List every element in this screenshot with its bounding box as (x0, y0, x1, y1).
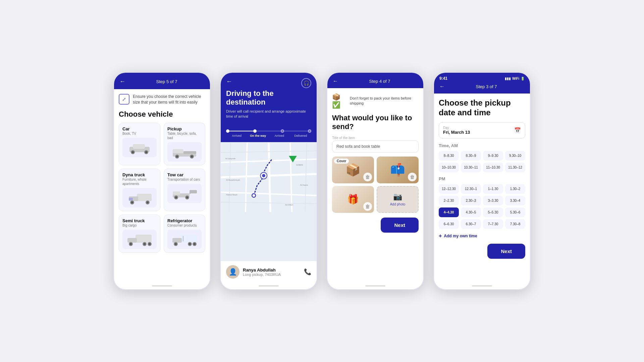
svg-rect-7 (173, 149, 183, 153)
driver-sub: Long pickup, 7403RUA (243, 273, 301, 277)
photo-slot-add[interactable]: 📷 Add photo (377, 186, 419, 213)
svg-point-35 (149, 243, 151, 245)
driver-avatar: 👤 (226, 265, 239, 279)
svg-point-59 (262, 174, 265, 177)
calendar-icon[interactable]: 📅 (514, 127, 521, 133)
svg-point-17 (131, 201, 133, 203)
vehicle-card-semi[interactable]: Semi truck Big cargo (119, 215, 160, 253)
back-button-3[interactable]: ← (333, 78, 338, 84)
prog-dot-2 (253, 129, 257, 133)
svg-text:Al Uyaynah: Al Uyaynah (225, 157, 235, 159)
photo-slot-2[interactable]: 📫 🗑 (377, 157, 419, 183)
time-slot-am-1[interactable]: 8–8.30 (439, 151, 459, 161)
phone4-header: ← Step 3 of 7 (434, 81, 530, 94)
svg-point-11 (176, 156, 178, 158)
phone4-body: Choose the pickup date and time Day Fri,… (434, 94, 530, 283)
time-slot-pm-15[interactable]: 7–7.30 (483, 219, 503, 229)
time-grid-pm: 12–12.30 12.30–1 1–1.30 1.30–2 2–2.30 2.… (439, 184, 525, 229)
phone3-header: ← Step 4 of 7 (327, 73, 423, 88)
package-icon: 📦✅ (332, 93, 347, 109)
time-am-label: Time, AM (439, 143, 525, 148)
svg-point-33 (130, 243, 132, 245)
add-own-time-row[interactable]: + Add my own time (439, 233, 525, 239)
prog-line-1 (229, 131, 253, 131)
time-slot-pm-1[interactable]: 12–12.30 (439, 184, 459, 194)
step-title-1: Step 5 of 7 (129, 79, 205, 84)
driver-info: Ranya Abdullah Long pickup, 7403RUA (243, 267, 301, 277)
item-title-input[interactable]: Red sofa and book table (332, 140, 419, 153)
svg-point-26 (175, 196, 177, 198)
time-slot-pm-8[interactable]: 3.30–4 (505, 196, 525, 205)
prog-dot-3 (281, 129, 284, 133)
battery-icon: 🔋 (521, 77, 525, 80)
svg-rect-8 (183, 151, 196, 154)
time-pm-label: PM (439, 176, 525, 181)
vehicle-img-refrigerator (167, 230, 202, 249)
vehicle-card-dyna[interactable]: Dyna truck Furniture, whole apartments (119, 169, 160, 211)
time-slot-pm-13[interactable]: 6–6.30 (439, 219, 459, 229)
time-slot-am-7[interactable]: 11–10.30 (483, 163, 503, 172)
prog-label-1: Arrived (226, 134, 248, 137)
svg-rect-37 (172, 238, 182, 243)
headset-icon[interactable]: 🎧 (301, 78, 311, 88)
time-slot-pm-9[interactable]: 4–4.30 (439, 207, 459, 217)
vehicle-name-semi: Semi truck (122, 218, 157, 223)
time-slot-pm-3[interactable]: 1–1.30 (483, 184, 503, 194)
time-grid-am: 8–8.30 8.30–9 9–9.30 9.30–10 10–10.30 10… (439, 151, 525, 172)
time-slot-pm-12[interactable]: 5.30–6 (505, 207, 525, 217)
back-button-4[interactable]: ← (439, 83, 445, 89)
svg-point-5 (145, 151, 147, 153)
time-slot-pm-11[interactable]: 5–5.30 (483, 207, 503, 217)
time-slot-am-5[interactable]: 10–10.30 (439, 163, 459, 172)
vehicle-card-car[interactable]: Car Book, TV (119, 123, 160, 165)
photo-slot-1[interactable]: 📦 Cover 🗑 (332, 157, 374, 183)
svg-point-34 (144, 243, 146, 245)
next-button-4[interactable]: Next (487, 244, 525, 259)
time-slot-pm-6[interactable]: 2.30–3 (461, 196, 481, 205)
time-slot-pm-16[interactable]: 7.30–8 (505, 219, 525, 229)
time-slot-pm-5[interactable]: 2–2.30 (439, 196, 459, 205)
add-photo-slot[interactable]: 📷 Add photo (377, 186, 419, 213)
back-button-2[interactable]: ← (226, 78, 232, 85)
time-slot-pm-14[interactable]: 6.30–7 (461, 219, 481, 229)
vehicle-card-pickup[interactable]: Pickup Table, bicycle, sofa, bad (164, 123, 205, 165)
vehicle-grid: Car Book, TV Pi (119, 123, 205, 253)
signal-icon: ▮▮▮ (505, 77, 511, 80)
vehicle-desc-car: Book, TV (122, 131, 157, 136)
vehicle-card-refrigerator[interactable]: Refrigerator Consumer products (164, 215, 205, 253)
time-slot-am-3[interactable]: 9–9.30 (483, 151, 503, 161)
next-button-3[interactable]: Next (381, 218, 419, 233)
back-button-1[interactable]: ← (119, 78, 125, 85)
phone2-header: ← 🎧 Driving to the destination Driver wi… (221, 73, 317, 126)
delete-photo-3[interactable]: 🗑 (363, 202, 372, 211)
delete-photo-1[interactable]: 🗑 (363, 173, 372, 181)
hint-box-1: ⤢ Ensure you choose the correct vehicle … (119, 94, 205, 105)
call-button[interactable]: 📞 (304, 268, 311, 276)
vehicle-img-semi (122, 230, 157, 249)
delete-photo-2[interactable]: 🗑 (408, 173, 417, 181)
time-slot-am-6[interactable]: 10.30–11 (461, 163, 481, 172)
day-field[interactable]: Day Fri, March 13 📅 (439, 122, 525, 138)
time-slot-pm-4[interactable]: 1.30–2 (505, 184, 525, 194)
svg-point-27 (186, 196, 188, 198)
svg-rect-29 (127, 238, 137, 243)
prog-line-3 (284, 131, 308, 131)
svg-rect-36 (180, 235, 197, 243)
time-slot-am-4[interactable]: 9.30–10 (505, 151, 525, 161)
screens-container: ← Step 5 of 7 ⤢ Ensure you choose the co… (113, 72, 531, 290)
driving-title: Driving to the destination (226, 89, 311, 107)
vehicle-desc-semi: Big cargo (122, 223, 157, 228)
time-slot-pm-10[interactable]: 4.30–5 (461, 207, 481, 217)
time-slot-am-2[interactable]: 8.30–9 (461, 151, 481, 161)
photo-slot-3[interactable]: 🎁 🗑 (332, 186, 374, 213)
vehicle-name-pickup: Pickup (167, 126, 202, 131)
time-slot-am-8[interactable]: 11.30–12 (505, 163, 525, 172)
next-btn-row-4: Next (439, 244, 525, 259)
vehicle-card-tow[interactable]: Tow car Transportation of cars (164, 169, 205, 211)
day-label: Day (443, 126, 470, 130)
driving-subtitle: Driver will call recipient and arrange a… (226, 109, 311, 119)
progress-bar-area: Arrived On the way Arrived Delivered (221, 126, 317, 142)
time-slot-pm-7[interactable]: 3–3.30 (483, 196, 503, 205)
input-wrapper: Title of the item Red sofa and book tabl… (332, 136, 419, 153)
time-slot-pm-2[interactable]: 12.30–1 (461, 184, 481, 194)
